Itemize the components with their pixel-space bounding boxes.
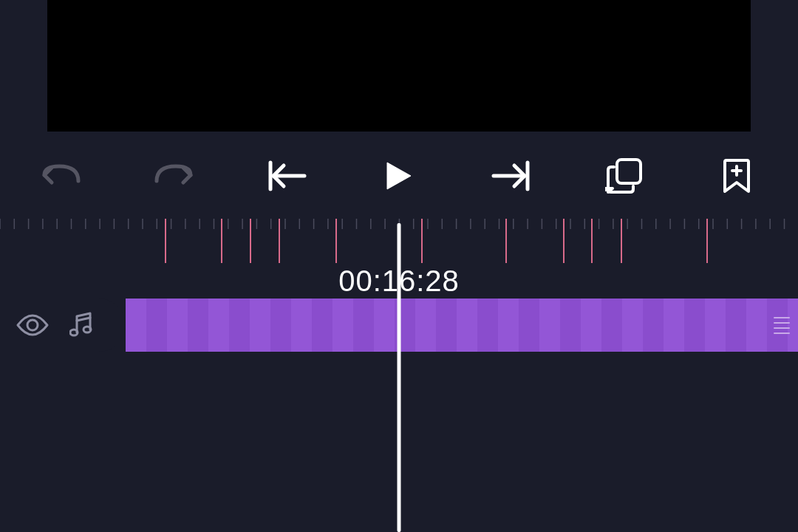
visibility-toggle-icon[interactable] (16, 314, 49, 336)
redo-button[interactable] (148, 150, 200, 202)
music-icon[interactable] (69, 312, 93, 338)
undo-button[interactable] (35, 150, 87, 202)
play-button[interactable] (373, 150, 425, 202)
track-header (0, 299, 126, 352)
clip-resize-handle[interactable] (771, 312, 792, 338)
svg-rect-4 (617, 160, 641, 183)
duplicate-button[interactable] (598, 150, 650, 202)
skip-to-end-button[interactable] (485, 150, 537, 202)
add-bookmark-button[interactable] (711, 150, 763, 202)
svg-point-78 (70, 330, 78, 335)
editor-toolbar (0, 145, 798, 207)
playhead[interactable] (398, 223, 401, 532)
svg-point-79 (83, 327, 91, 332)
skip-to-start-button[interactable] (261, 150, 313, 202)
video-preview-area[interactable] (47, 0, 751, 132)
audio-clip[interactable] (126, 299, 798, 352)
svg-line-80 (77, 318, 90, 321)
svg-point-77 (27, 320, 38, 330)
